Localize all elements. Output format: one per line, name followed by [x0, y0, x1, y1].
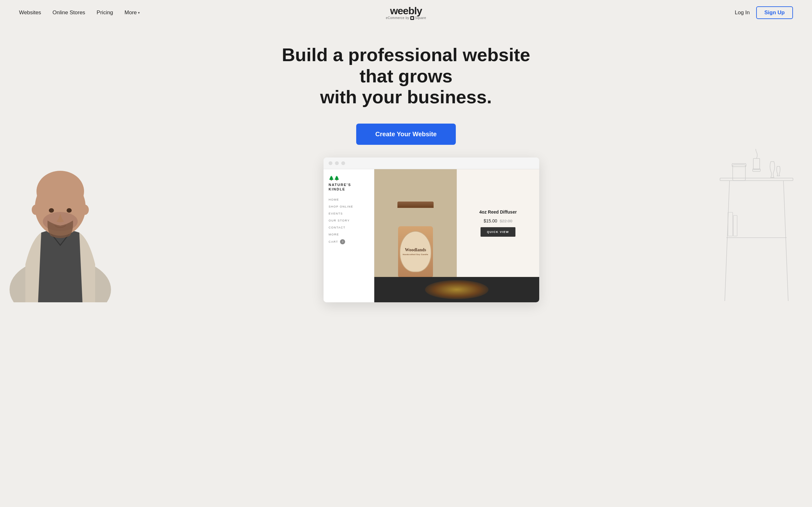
candle-sub-label: Handcrafted Soy Candle: [403, 253, 428, 256]
hero-headline: Build a professional website that grows …: [279, 44, 533, 108]
svg-point-3: [37, 171, 84, 212]
product-image-1: Woodlands Handcrafted Soy Candle: [374, 169, 457, 277]
browser-dot-1: [328, 161, 333, 165]
candle-jar-body: Woodlands Handcrafted Soy Candle: [398, 226, 433, 277]
cart-item: CART 2: [328, 239, 369, 244]
nav-more[interactable]: More ▾: [125, 9, 140, 16]
nav-links-right: Log In Sign Up: [735, 6, 793, 19]
nav-pricing[interactable]: Pricing: [97, 9, 113, 16]
shop-name: NATURE'S KINDLE: [328, 182, 369, 192]
logo-subtitle: eCommerce by Square: [386, 16, 426, 20]
login-link[interactable]: Log In: [735, 9, 750, 16]
svg-rect-9: [753, 158, 760, 170]
browser-dot-2: [335, 161, 339, 165]
candle-brand: Woodlands: [405, 247, 426, 253]
product-1-price: $15.00: [484, 218, 497, 223]
svg-rect-12: [732, 164, 746, 167]
sidebar-nav: HOME SHOP ONLINE EVENTS OUR STORY CONTAC…: [328, 198, 369, 236]
candle-glow: [425, 280, 489, 299]
svg-rect-10: [753, 169, 760, 171]
browser-main: Woodlands Handcrafted Soy Candle 4oz Ree…: [374, 169, 539, 302]
browser-content: 🌲🌲 NATURE'S KINDLE HOME SHOP ONLINE EVEN…: [323, 169, 539, 302]
sidebar-nav-more: MORE: [328, 233, 369, 236]
signup-button[interactable]: Sign Up: [756, 6, 793, 19]
shop-logo-icon: 🌲🌲: [328, 176, 369, 181]
chevron-down-icon: ▾: [138, 11, 140, 15]
svg-point-5: [49, 208, 54, 213]
sidebar-nav-contact: CONTACT: [328, 226, 369, 229]
tree-icon: 🌲🌲: [328, 176, 339, 181]
store-sidebar: 🌲🌲 NATURE'S KINDLE HOME SHOP ONLINE EVEN…: [323, 169, 374, 302]
nav-links-left: Websites Online Stores Pricing More ▾: [19, 9, 140, 16]
cart-badge: 2: [340, 239, 345, 244]
browser-dot-3: [341, 161, 345, 165]
svg-rect-18: [733, 216, 737, 236]
cart-label: CART: [328, 240, 338, 243]
product-1-name: 4oz Reed Diffuser: [479, 210, 517, 215]
browser-bar: [323, 158, 539, 169]
candle-label: Woodlands Handcrafted Soy Candle: [400, 231, 432, 272]
sidebar-nav-shop: SHOP ONLINE: [328, 205, 369, 208]
quick-view-button[interactable]: QUICK VIEW: [480, 227, 515, 237]
nav-online-stores[interactable]: Online Stores: [53, 9, 85, 16]
product-1-old-price: $22.00: [500, 219, 513, 223]
svg-line-15: [783, 181, 788, 301]
nav-websites[interactable]: Websites: [19, 9, 41, 16]
create-website-button[interactable]: Create Your Website: [356, 124, 455, 145]
logo-text: weebly: [386, 6, 426, 16]
svg-rect-13: [720, 178, 793, 181]
hero-person-image: [0, 137, 120, 302]
svg-point-8: [81, 205, 89, 215]
sidebar-nav-story: OUR STORY: [328, 219, 369, 222]
product-card-1: 4oz Reed Diffuser $15.00 $22.00 QUICK VI…: [457, 169, 539, 277]
sidebar-nav-events: EVENTS: [328, 212, 369, 215]
svg-line-14: [725, 181, 729, 301]
decorative-illustration: [707, 149, 803, 302]
site-logo: weebly eCommerce by Square: [386, 6, 426, 20]
product-1-prices: $15.00 $22.00: [484, 218, 513, 223]
candle-lid: [397, 202, 434, 208]
hero-section: Build a professional website that grows …: [0, 25, 812, 507]
svg-rect-17: [728, 212, 733, 236]
sidebar-nav-home: HOME: [328, 198, 369, 201]
hero-visual-area: 🌲🌲 NATURE'S KINDLE HOME SHOP ONLINE EVEN…: [0, 158, 812, 302]
svg-point-6: [67, 208, 72, 213]
svg-point-7: [32, 205, 39, 215]
browser-mockup: 🌲🌲 NATURE'S KINDLE HOME SHOP ONLINE EVEN…: [323, 158, 539, 302]
square-icon: [410, 16, 414, 20]
product-image-2: [374, 277, 539, 302]
navbar: Websites Online Stores Pricing More ▾ we…: [0, 0, 812, 25]
